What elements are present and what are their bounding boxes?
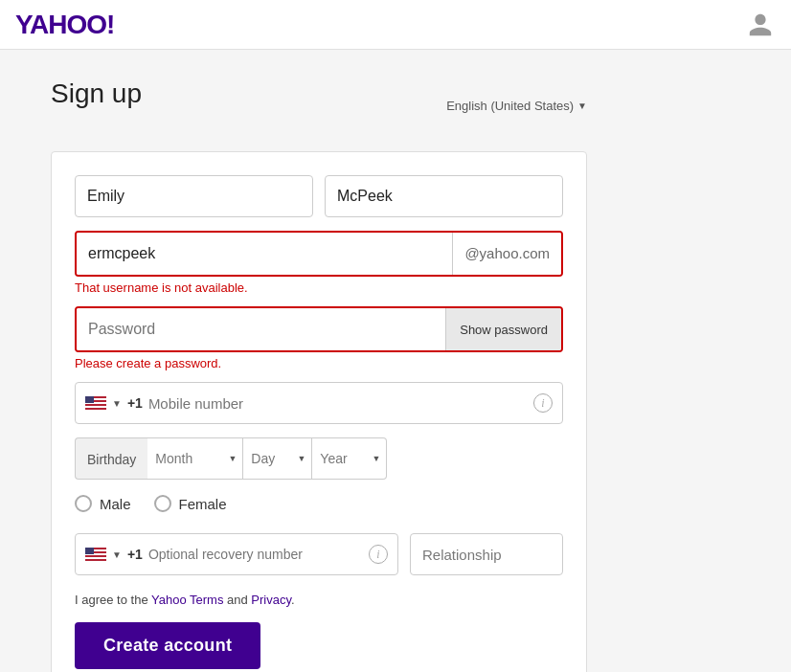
email-error: That username is not available. bbox=[75, 280, 563, 295]
yahoo-terms-link[interactable]: Yahoo Terms bbox=[151, 593, 223, 607]
day-select[interactable]: Day for(let i=1;i<=31;i++) document.writ… bbox=[243, 437, 312, 480]
signup-form: @yahoo.com That username is not availabl… bbox=[51, 151, 587, 672]
phone-info-icon[interactable]: i bbox=[533, 393, 553, 413]
phone-input[interactable] bbox=[148, 395, 528, 412]
us-flag-icon bbox=[85, 396, 106, 410]
recovery-country-code: +1 bbox=[127, 547, 143, 562]
gender-row: Male Female bbox=[75, 495, 563, 512]
header: YAHOO! bbox=[0, 0, 791, 50]
female-label: Female bbox=[179, 496, 227, 512]
gender-female-option[interactable]: Female bbox=[154, 495, 227, 512]
phone-country-code: +1 bbox=[127, 395, 143, 411]
password-row: Show password bbox=[75, 306, 563, 352]
last-name-input[interactable] bbox=[325, 175, 563, 217]
terms-text-before: I agree to the bbox=[75, 593, 151, 607]
password-input[interactable] bbox=[77, 308, 445, 350]
terms-text-middle: and bbox=[223, 593, 251, 607]
phone-row: ▼ +1 i bbox=[75, 382, 563, 424]
language-label: English (United States) bbox=[446, 99, 574, 113]
privacy-link[interactable]: Privacy bbox=[251, 593, 291, 607]
show-password-button[interactable]: Show password bbox=[445, 308, 561, 350]
recovery-info-icon[interactable]: i bbox=[369, 545, 388, 564]
password-error: Please create a password. bbox=[75, 356, 563, 370]
month-wrapper: Month JanuaryFebruaryMarch AprilMayJune … bbox=[147, 437, 243, 480]
main-content: Sign up English (United States) ▼ @yahoo… bbox=[32, 50, 759, 672]
year-wrapper: Year for(let y=2024;y>=1900;y--) documen… bbox=[312, 437, 387, 480]
email-suffix: @yahoo.com bbox=[452, 233, 561, 275]
create-account-button[interactable]: Create account bbox=[75, 622, 260, 669]
name-row bbox=[75, 175, 563, 217]
gender-male-option[interactable]: Male bbox=[75, 495, 131, 512]
email-input[interactable] bbox=[77, 233, 452, 275]
female-radio[interactable] bbox=[154, 495, 171, 512]
recovery-chevron-icon: ▼ bbox=[112, 549, 122, 560]
male-radio[interactable] bbox=[75, 495, 92, 512]
birthday-label: Birthday bbox=[75, 437, 147, 480]
terms-text-end: . bbox=[291, 593, 295, 607]
relationship-wrapper: Relationship Spouse Parent Child Friend … bbox=[410, 533, 563, 575]
email-row: @yahoo.com bbox=[75, 231, 563, 277]
yahoo-logo: YAHOO! bbox=[15, 10, 114, 40]
first-name-input[interactable] bbox=[75, 175, 313, 217]
page-title: Sign up bbox=[51, 78, 142, 109]
recovery-row: ▼ +1 i Relationship Spouse Parent Child … bbox=[75, 533, 563, 575]
birthday-row: Birthday Month JanuaryFebruaryMarch Apri… bbox=[75, 437, 563, 480]
relationship-select[interactable]: Relationship Spouse Parent Child Friend … bbox=[410, 533, 563, 575]
recovery-flag-icon bbox=[85, 548, 106, 561]
male-label: Male bbox=[100, 496, 131, 512]
user-icon[interactable] bbox=[745, 10, 776, 40]
language-selector[interactable]: English (United States) ▼ bbox=[446, 99, 587, 113]
terms-row: I agree to the Yahoo Terms and Privacy. bbox=[75, 593, 563, 607]
recovery-phone-input[interactable] bbox=[148, 547, 363, 562]
phone-chevron-icon: ▼ bbox=[112, 398, 122, 409]
recovery-phone-box: ▼ +1 i bbox=[75, 533, 398, 575]
day-wrapper: Day for(let i=1;i<=31;i++) document.writ… bbox=[243, 437, 312, 480]
year-select[interactable]: Year for(let y=2024;y>=1900;y--) documen… bbox=[312, 437, 387, 480]
language-chevron-icon: ▼ bbox=[577, 101, 587, 111]
month-select[interactable]: Month JanuaryFebruaryMarch AprilMayJune … bbox=[147, 437, 243, 480]
